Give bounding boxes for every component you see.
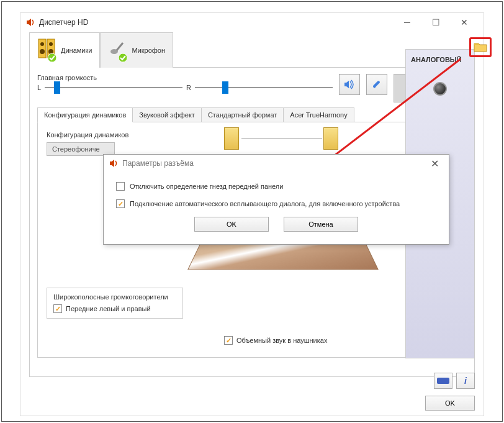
- tab-speakers-label: Динамики: [61, 47, 92, 54]
- wideband-front-label: Передние левый и правый: [66, 305, 151, 312]
- minimize-button[interactable]: ─: [393, 13, 421, 32]
- subtab-effect[interactable]: Звуковой эффект: [132, 107, 202, 122]
- auto-popup-label: Подключение автоматического всплывающего…: [130, 200, 400, 207]
- dialog-cancel-button[interactable]: Отмена: [284, 217, 358, 232]
- connector-params-dialog: Параметры разъёма ✕ Отключить определени…: [103, 154, 449, 245]
- disable-front-detection-checkbox[interactable]: [116, 182, 125, 191]
- microphone-icon: [108, 38, 128, 63]
- svg-rect-0: [38, 39, 46, 58]
- maximize-button[interactable]: ☐: [421, 13, 450, 32]
- svg-point-6: [48, 53, 56, 62]
- wideband-front-checkbox[interactable]: [53, 304, 62, 313]
- dialog-ok-button[interactable]: OK: [194, 217, 269, 232]
- volume-left-letter: L: [37, 84, 41, 91]
- svg-line-8: [117, 43, 123, 50]
- speaker-app-icon: [25, 17, 35, 27]
- svg-point-9: [119, 53, 127, 62]
- disable-front-detection-label: Отключить определение гнезд передней пан…: [130, 183, 283, 190]
- wrench-icon: [371, 79, 382, 90]
- svg-rect-10: [437, 378, 449, 384]
- speaker-left-icon[interactable]: [224, 127, 239, 150]
- folder-icon: [474, 42, 487, 53]
- speakers-icon: [37, 38, 57, 63]
- speaker-right-icon[interactable]: [323, 127, 338, 150]
- subtab-config[interactable]: Конфигурация динамиков: [37, 107, 133, 122]
- tab-microphone-label: Микрофон: [132, 47, 165, 54]
- window-title: Диспетчер HD: [39, 18, 393, 27]
- sound-icon: [343, 78, 356, 91]
- volume-slider[interactable]: [195, 86, 333, 89]
- info-button[interactable]: i: [456, 373, 475, 389]
- auto-popup-checkbox[interactable]: [116, 199, 125, 208]
- volume-label: Главная громкость: [37, 74, 333, 81]
- realtek-icon: [437, 376, 449, 385]
- tab-speakers[interactable]: Динамики: [29, 32, 100, 68]
- settings-tabs: Конфигурация динамиков Звуковой эффект С…: [37, 107, 467, 122]
- volume-right-letter: R: [186, 84, 191, 91]
- dialog-title: Параметры разъёма: [122, 159, 425, 168]
- balance-slider[interactable]: [45, 86, 182, 89]
- speaker-app-icon: [109, 158, 119, 168]
- realtek-button[interactable]: [434, 373, 452, 389]
- svg-point-4: [40, 49, 45, 54]
- surround-checkbox[interactable]: [224, 336, 233, 345]
- analog-label: АНАЛОГОВЫЙ: [406, 50, 474, 70]
- tab-microphone[interactable]: Микрофон: [100, 32, 173, 68]
- dialog-close-button[interactable]: ✕: [425, 156, 444, 171]
- connector-settings-button[interactable]: [469, 37, 492, 57]
- audio-settings-button[interactable]: [366, 74, 387, 95]
- subtab-harmony[interactable]: Acer TrueHarmony: [283, 107, 354, 122]
- wideband-group: Широкополосные громкоговорители Передние…: [47, 288, 183, 319]
- surround-label: Объемный звук в наушниках: [236, 337, 327, 344]
- main-ok-button[interactable]: OK: [425, 396, 475, 411]
- close-button[interactable]: ✕: [450, 13, 479, 32]
- svg-point-3: [49, 42, 53, 46]
- speaker-config-label: Конфигурация динамиков: [47, 131, 128, 139]
- wideband-label: Широкополосные громкоговорители: [53, 293, 176, 301]
- info-icon: i: [464, 376, 467, 386]
- jack-connector[interactable]: [433, 82, 447, 96]
- mute-button[interactable]: [339, 74, 360, 95]
- titlebar: Диспетчер HD ─ ☐ ✕: [20, 13, 484, 32]
- subtab-format[interactable]: Стандартный формат: [201, 107, 284, 122]
- svg-point-2: [40, 42, 44, 46]
